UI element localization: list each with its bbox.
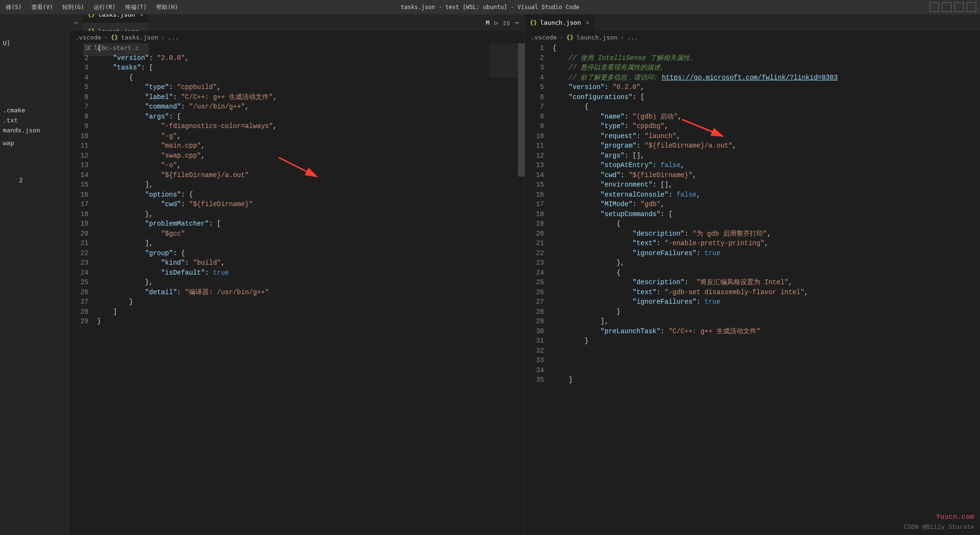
scrollbar-vertical[interactable]: [518, 43, 525, 535]
code-line[interactable]: "group": {: [97, 248, 525, 258]
run-icon[interactable]: ▷: [494, 19, 498, 26]
code-line[interactable]: "type": "cppdbg",: [553, 121, 980, 131]
code-line[interactable]: "problemMatcher": [: [97, 219, 525, 229]
code-line[interactable]: // 悬停以查看现有属性的描述。: [553, 63, 980, 73]
code-line[interactable]: "swap.cpp",: [97, 151, 525, 161]
code-line[interactable]: "description": "将反汇编风格设置为 Intel",: [553, 277, 980, 287]
tab-launch-json[interactable]: {}launch.json×: [525, 14, 595, 31]
code-line[interactable]: "cwd": "${fileDirname}",: [553, 170, 980, 180]
code-line[interactable]: ],: [97, 238, 525, 248]
code-line[interactable]: },: [97, 277, 525, 287]
layout-toggle-1[interactable]: [930, 2, 939, 12]
code-line[interactable]: }: [553, 336, 980, 346]
code-line[interactable]: "ignoreFailures": true: [553, 297, 980, 307]
layout-toggle-4[interactable]: [967, 2, 976, 12]
code-line[interactable]: "externalConsole": false,: [553, 190, 980, 200]
code-line[interactable]: "cwd": "${fileDirname}": [97, 199, 525, 209]
sidebar-item[interactable]: wap: [0, 138, 69, 148]
layout-toggle-3[interactable]: [954, 2, 964, 12]
code-line[interactable]: "command": "/usr/bin/g++",: [97, 102, 525, 112]
menu-help[interactable]: 帮助(H): [152, 1, 182, 13]
code-line[interactable]: "ignoreFailures": true: [553, 248, 980, 258]
code-line[interactable]: {: [553, 102, 980, 112]
code-content[interactable]: { "version": "2.0.0", "tasks": [ { "type…: [97, 43, 525, 535]
code-line[interactable]: }: [97, 317, 525, 327]
breadcrumb-folder[interactable]: .vscode: [531, 34, 557, 41]
code-line[interactable]: "program": "${fileDirname}/a.out",: [553, 141, 980, 151]
explorer-sidebar[interactable]: U] .cmake .txt mands.json wap 2: [0, 14, 69, 535]
tab-tasks-json[interactable]: {}tasks.json×: [83, 14, 149, 23]
sidebar-item[interactable]: mands.json: [0, 125, 69, 135]
code-line[interactable]: // 使用 IntelliSense 了解相关属性。: [553, 53, 980, 63]
code-line[interactable]: {: [97, 43, 525, 53]
code-line[interactable]: },: [97, 209, 525, 219]
breadcrumb[interactable]: .vscode › {} tasks.json › ...: [69, 31, 525, 43]
sidebar-item[interactable]: .cmake: [0, 105, 69, 115]
scrollbar-thumb[interactable]: [518, 43, 525, 177]
code-line[interactable]: }: [553, 307, 980, 317]
code-line[interactable]: "text": "-gdb-set disassembly-flavor int…: [553, 287, 980, 297]
code-line[interactable]: },: [553, 258, 980, 268]
more-actions-icon[interactable]: ⋯: [515, 19, 519, 26]
menu-goto[interactable]: 转到(G): [59, 1, 88, 13]
code-line[interactable]: "tasks": [: [97, 63, 525, 73]
code-line[interactable]: "setupCommands": [: [553, 209, 980, 219]
menu-terminal[interactable]: 终端(T): [121, 1, 151, 13]
code-line[interactable]: "stopAtEntry": false,: [553, 160, 980, 170]
code-line[interactable]: {: [553, 268, 980, 278]
code-line[interactable]: "MIMode": "gdb",: [553, 199, 980, 209]
code-line[interactable]: ],: [553, 317, 980, 327]
code-line[interactable]: "options": {: [97, 190, 525, 200]
breadcrumb-file[interactable]: launch.json: [577, 34, 617, 41]
code-line[interactable]: "args": [: [97, 112, 525, 122]
code-line[interactable]: "configurations": [: [553, 92, 980, 102]
code-line[interactable]: "kind": "build",: [97, 258, 525, 268]
breadcrumb-symbol[interactable]: ...: [167, 34, 178, 41]
editor-body[interactable]: 1234567891011121314151617181920212223242…: [525, 43, 980, 535]
markdown-icon[interactable]: M: [486, 19, 490, 26]
editor-body[interactable]: 1234567891011121314151617181920212223242…: [69, 43, 525, 535]
breadcrumb-file[interactable]: tasks.json: [121, 34, 158, 41]
menu-view[interactable]: 查看(V): [28, 1, 57, 13]
code-line[interactable]: "-o",: [97, 160, 525, 170]
code-line[interactable]: }: [97, 297, 525, 307]
code-content[interactable]: { // 使用 IntelliSense 了解相关属性。 // 悬停以查看现有属…: [553, 43, 980, 535]
code-line[interactable]: "name": "(gdb) 启动",: [553, 112, 980, 122]
code-line[interactable]: {: [97, 73, 525, 83]
tab-overflow-icon[interactable]: ⋯: [69, 18, 83, 27]
code-line[interactable]: "label": "C/C++: g++ 生成活动文件",: [97, 92, 525, 102]
code-line[interactable]: "-g",: [97, 131, 525, 141]
code-line[interactable]: "version": "2.0.0",: [97, 53, 525, 63]
close-icon[interactable]: ×: [586, 19, 589, 26]
code-line[interactable]: "version": "0.2.0",: [553, 82, 980, 92]
code-line[interactable]: "description": "为 gdb 启用整齐打印",: [553, 229, 980, 239]
code-line[interactable]: "request": "launch",: [553, 131, 980, 141]
code-line[interactable]: "preLaunchTask": "C/C++: g++ 生成活动文件": [553, 327, 980, 337]
breadcrumb-folder[interactable]: .vscode: [75, 34, 101, 41]
close-icon[interactable]: ×: [140, 14, 144, 18]
code-line[interactable]: "${fileDirname}/a.out": [97, 170, 525, 180]
code-line[interactable]: "args": [],: [553, 151, 980, 161]
layout-toggle-2[interactable]: [942, 2, 951, 12]
menu-select[interactable]: 择(S): [2, 1, 26, 13]
code-line[interactable]: ],: [97, 180, 525, 190]
code-line[interactable]: // 欲了解更多信息，请访问: https://go.microsoft.com…: [553, 73, 980, 83]
code-line[interactable]: "environment": [],: [553, 180, 980, 190]
breadcrumb-symbol[interactable]: ...: [627, 34, 638, 41]
code-line[interactable]: [553, 346, 980, 356]
sidebar-item[interactable]: .txt: [0, 115, 69, 125]
code-line[interactable]: "text": "-enable-pretty-printing",: [553, 238, 980, 248]
code-line[interactable]: ]: [97, 307, 525, 317]
breadcrumb[interactable]: .vscode › {} launch.json › ...: [525, 31, 980, 43]
minimap[interactable]: [490, 43, 518, 535]
code-line[interactable]: "isDefault": true: [97, 268, 525, 278]
code-line[interactable]: [553, 356, 980, 366]
code-line[interactable]: "-fdiagnostics-color=always",: [97, 121, 525, 131]
code-line[interactable]: [553, 366, 980, 376]
split-editor-icon[interactable]: ▯▯: [503, 19, 510, 26]
code-line[interactable]: "$gcc": [97, 229, 525, 239]
code-line[interactable]: "detail": "编译器: /usr/bin/g++": [97, 287, 525, 297]
code-line[interactable]: ]: [553, 375, 980, 385]
code-line[interactable]: {: [553, 219, 980, 229]
code-line[interactable]: {: [553, 43, 980, 53]
